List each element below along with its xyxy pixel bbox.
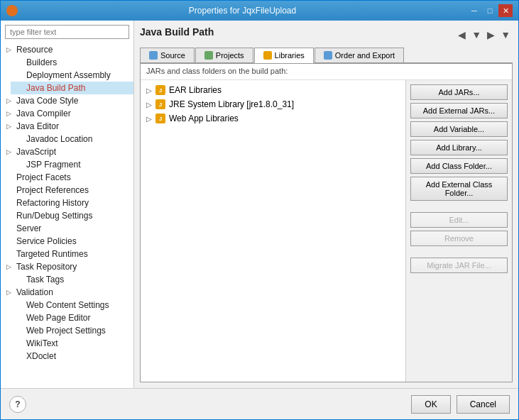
minimize-button[interactable]: ─	[467, 4, 481, 17]
window-controls: ─ □ ✕	[467, 4, 513, 17]
sidebar-item-label: JSP Fragment	[26, 160, 80, 170]
tab-projects-label: Projects	[216, 51, 244, 60]
sidebar-item-javascript[interactable]: ▷ JavaScript	[1, 145, 133, 158]
tab-libraries[interactable]: Libraries	[254, 48, 314, 63]
sidebar-item-wikitext[interactable]: WikiText	[11, 337, 133, 350]
add-jars-button[interactable]: Add JARs...	[410, 84, 508, 100]
add-external-jars-button[interactable]: Add External JARs...	[410, 103, 508, 118]
add-external-class-folder-button[interactable]: Add External Class Folder...	[410, 177, 508, 201]
sidebar-item-jsp-fragment[interactable]: JSP Fragment	[11, 158, 133, 171]
expand-arrow: ▷	[6, 148, 13, 155]
sidebar-item-label: Java Build Path	[26, 83, 85, 93]
sidebar-item-label: JavaScript	[16, 147, 56, 157]
remove-button[interactable]: Remove	[410, 231, 508, 246]
sidebar-item-project-facets[interactable]: Project Facets	[1, 171, 133, 184]
panel-title: Java Build Path	[140, 26, 214, 38]
sidebar-item-java-build-path[interactable]: Java Build Path	[11, 82, 133, 94]
add-class-folder-button[interactable]: Add Class Folder...	[410, 158, 508, 174]
sidebar-item-java-editor[interactable]: ▷ Java Editor	[1, 120, 133, 133]
sidebar-item-label: Targeted Runtimes	[16, 249, 88, 259]
maximize-button[interactable]: □	[483, 4, 497, 17]
filter-input[interactable]	[5, 25, 129, 39]
sidebar-item-label: Validation	[16, 287, 53, 297]
sidebar-item-web-content-settings[interactable]: Web Content Settings	[11, 299, 133, 311]
sidebar-item-targeted-runtimes[interactable]: Targeted Runtimes	[1, 248, 133, 260]
sidebar-item-label: Javadoc Location	[26, 134, 92, 144]
expand-arrow: ▷	[6, 123, 13, 130]
button-separator-2	[410, 249, 508, 255]
sidebar-item-server[interactable]: Server	[1, 222, 133, 235]
tab-libraries-label: Libraries	[275, 51, 305, 60]
bottom-actions: OK Cancel	[411, 395, 510, 414]
nav-dropdown-button[interactable]: ▼	[498, 29, 513, 40]
nav-menu-button[interactable]: ▶	[485, 29, 497, 40]
ok-button[interactable]: OK	[411, 395, 450, 414]
sidebar-item-java-code-style[interactable]: ▷ Java Code Style	[1, 94, 133, 107]
sidebar-item-xdoclet[interactable]: XDoclet	[11, 350, 133, 363]
library-tree: ▷ J EAR Libraries ▷ J JRE S	[141, 80, 405, 382]
sidebar-item-service-policies[interactable]: Service Policies	[1, 235, 133, 248]
migrate-jar-button[interactable]: Migrate JAR File...	[410, 258, 508, 273]
jar-icon: J	[155, 84, 166, 96]
lib-expand-arrow: ▷	[146, 87, 155, 94]
tabs: Source Projects Libraries Order and Expo…	[140, 48, 513, 63]
tab-order-export-label: Order and Export	[335, 51, 395, 60]
sidebar-item-label: Project References	[16, 185, 89, 195]
sidebar-item-label: Refactoring History	[16, 198, 89, 208]
jar-icon: J	[155, 99, 166, 110]
properties-dialog: Properties for JqxFileUpload ─ □ ✕ ▷ Res…	[0, 0, 519, 420]
add-variable-button[interactable]: Add Variable...	[410, 121, 508, 137]
cancel-button[interactable]: Cancel	[457, 395, 510, 414]
lib-expand-arrow: ▷	[146, 101, 155, 109]
sidebar-item-task-tags[interactable]: Task Tags	[11, 273, 133, 286]
expand-arrow: ▷	[6, 263, 13, 270]
libraries-icon	[263, 51, 272, 60]
build-path-description: JARs and class folders on the build path…	[141, 64, 512, 80]
sidebar: ▷ Resource Builders Deployment Assembly …	[1, 21, 134, 388]
lib-jre-system[interactable]: ▷ J JRE System Library [jre1.8.0_31]	[143, 97, 403, 111]
sidebar-item-label: WikiText	[26, 338, 58, 348]
tab-order-export[interactable]: Order and Export	[315, 48, 404, 62]
expand-arrow: ▷	[6, 46, 13, 53]
forward-button[interactable]: ▼	[469, 29, 484, 40]
lib-web-app-libraries[interactable]: ▷ J Web App Libraries	[143, 111, 403, 126]
sidebar-item-java-compiler[interactable]: ▷ Java Compiler	[1, 107, 133, 120]
sidebar-item-project-references[interactable]: Project References	[1, 184, 133, 197]
sidebar-item-label: Service Policies	[16, 236, 77, 246]
sidebar-item-task-repository[interactable]: ▷ Task Repository	[1, 260, 133, 273]
sidebar-item-resource[interactable]: ▷ Resource	[1, 43, 133, 56]
sidebar-item-label: Resource	[16, 45, 53, 55]
lib-label: Web App Libraries	[169, 114, 239, 123]
jar-icon: J	[155, 113, 166, 124]
edit-button[interactable]: Edit...	[410, 212, 508, 228]
sidebar-item-label: Server	[16, 223, 41, 233]
buttons-panel: Add JARs... Add External JARs... Add Var…	[405, 80, 512, 382]
add-library-button[interactable]: Add Library...	[410, 140, 508, 155]
sidebar-item-builders[interactable]: Builders	[11, 56, 133, 69]
tab-source[interactable]: Source	[140, 48, 195, 62]
sidebar-item-validation[interactable]: ▷ Validation	[1, 286, 133, 299]
sidebar-item-deployment-assembly[interactable]: Deployment Assembly	[11, 69, 133, 82]
expand-arrow: ▷	[6, 110, 13, 117]
panel-header: Java Build Path ◀ ▼ ▶ ▼	[140, 26, 513, 43]
sidebar-item-javadoc-location[interactable]: Javadoc Location	[11, 133, 133, 145]
sidebar-item-refactoring-history[interactable]: Refactoring History	[1, 197, 133, 209]
close-button[interactable]: ✕	[498, 4, 513, 17]
sidebar-item-web-project-settings[interactable]: Web Project Settings	[11, 324, 133, 337]
tab-source-label: Source	[160, 51, 185, 60]
sidebar-item-web-page-editor[interactable]: Web Page Editor	[11, 311, 133, 324]
titlebar: Properties for JqxFileUpload ─ □ ✕	[1, 1, 518, 21]
sidebar-item-run-debug-settings[interactable]: Run/Debug Settings	[1, 209, 133, 222]
back-button[interactable]: ◀	[456, 29, 468, 40]
lib-ear-libraries[interactable]: ▷ J EAR Libraries	[143, 83, 403, 97]
sidebar-item-label: Deployment Assembly	[26, 70, 111, 80]
source-icon	[149, 51, 158, 60]
tab-projects[interactable]: Projects	[195, 48, 253, 62]
lib-expand-arrow: ▷	[146, 115, 155, 123]
sidebar-item-label: Run/Debug Settings	[16, 211, 92, 221]
help-button[interactable]: ?	[9, 396, 26, 413]
navigation-arrows: ◀ ▼ ▶ ▼	[456, 29, 513, 40]
order-icon	[324, 51, 332, 60]
sidebar-item-label: Web Page Editor	[26, 313, 91, 323]
lib-label: EAR Libraries	[169, 85, 222, 95]
